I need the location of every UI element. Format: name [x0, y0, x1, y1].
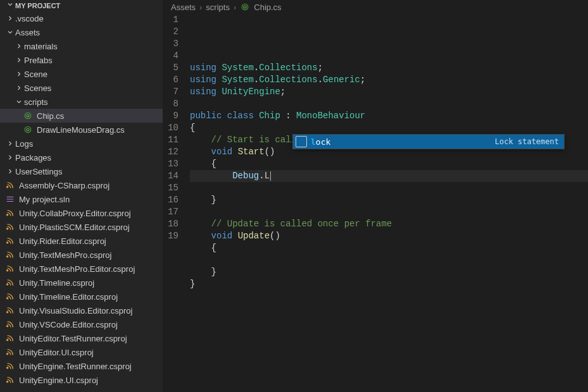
code-line-13[interactable] [190, 206, 588, 218]
code-line-18[interactable]: } [190, 266, 588, 278]
file-unity.vscode.editor.csproj[interactable]: Unity.VSCode.Editor.csproj [0, 317, 163, 331]
chevron-right-icon [5, 13, 15, 23]
file-unity.visualstudio.editor.csproj[interactable]: Unity.VisualStudio.Editor.csproj [0, 303, 163, 317]
editor-area: Assets › scripts › Chip.cs 1234567891011… [163, 0, 588, 392]
code-line-15[interactable]: void Update() [190, 230, 588, 242]
file-assembly-csharp.csproj[interactable]: Assembly-CSharp.csproj [0, 178, 163, 192]
csharp-file-icon [23, 125, 33, 135]
project-file-icon [5, 291, 15, 302]
tree-item-label: Chip.cs [37, 111, 64, 121]
svg-point-0 [27, 114, 29, 117]
breadcrumb-item[interactable]: Assets [171, 3, 196, 12]
tree-item-label: Assets [15, 28, 40, 37]
file-chip.cs[interactable]: Chip.cs [0, 109, 163, 123]
folder-scene[interactable]: Scene [0, 67, 163, 81]
tree-item-label: My project.sln [19, 195, 70, 204]
line-number: 4 [163, 50, 178, 62]
project-file-icon [5, 278, 15, 288]
file-unityengine.ui.csproj[interactable]: UnityEngine.UI.csproj [0, 373, 163, 387]
suggestion-description: Lock statement [495, 136, 559, 148]
folder-scripts[interactable]: scripts [0, 95, 163, 109]
snippet-icon [296, 136, 307, 147]
code-line-4[interactable] [190, 98, 588, 110]
tree-item-label: UnityEditor.TestRunner.csproj [19, 334, 127, 343]
tree-item-label: UnityEngine.UI.csproj [19, 376, 98, 385]
tree-item-label: Unity.PlasticSCM.Editor.csproj [19, 223, 130, 232]
code-line-16[interactable]: { [190, 242, 588, 254]
explorer-sidebar[interactable]: MY PROJECT .vscodeAssetsmaterialsPrefabs… [0, 0, 163, 392]
tree-item-label: DrawLineMouseDrag.cs [37, 125, 125, 135]
folder-scenes[interactable]: Scenes [0, 81, 163, 95]
chevron-down-icon [5, 27, 15, 37]
chevron-right-icon [14, 41, 24, 51]
project-file-icon [5, 305, 15, 315]
project-file-icon [5, 375, 15, 385]
file-unity.timeline.editor.csproj[interactable]: Unity.Timeline.Editor.csproj [0, 290, 163, 303]
code-line-19[interactable]: } [190, 278, 588, 290]
line-number: 2 [163, 26, 178, 38]
project-file-icon [5, 319, 15, 329]
folder-assets[interactable]: Assets [0, 25, 163, 39]
code-line-2[interactable]: using System.Collections.Generic; [190, 74, 588, 86]
chevron-down-icon [14, 97, 24, 107]
tree-item-label: UnityEngine.TestRunner.csproj [19, 362, 132, 371]
code-editor[interactable]: 12345678910111213141516171819 using Syst… [163, 14, 588, 392]
line-number: 6 [163, 74, 178, 86]
project-file-icon [5, 222, 15, 232]
line-number: 3 [163, 38, 178, 50]
file-unity.textmeshpro.editor.csproj[interactable]: Unity.TextMeshPro.Editor.csproj [0, 262, 163, 276]
chevron-right-icon [14, 83, 24, 93]
folder-usersettings[interactable]: UserSettings [0, 164, 163, 178]
file-unity.plasticscm.editor.csproj[interactable]: Unity.PlasticSCM.Editor.csproj [0, 220, 163, 234]
file-unity.textmeshpro.csproj[interactable]: Unity.TextMeshPro.csproj [0, 248, 163, 262]
breadcrumb-item[interactable]: scripts [206, 3, 230, 12]
file-unity.rider.editor.csproj[interactable]: Unity.Rider.Editor.csproj [0, 234, 163, 248]
file-unity.collabproxy.editor.csproj[interactable]: Unity.CollabProxy.Editor.csproj [0, 206, 163, 220]
folder-packages[interactable]: Packages [0, 150, 163, 164]
line-number: 1 [163, 14, 178, 26]
breadcrumb[interactable]: Assets › scripts › Chip.cs [163, 0, 588, 14]
breadcrumb-item[interactable]: Chip.cs [254, 3, 281, 12]
tree-item-label: Logs [15, 139, 33, 149]
folder-prefabs[interactable]: Prefabs [0, 53, 163, 67]
file-unityengine.testrunner.csproj[interactable]: UnityEngine.TestRunner.csproj [0, 359, 163, 373]
code-line-14[interactable]: // Update is called once per frame [190, 218, 588, 230]
code-line-6[interactable]: { [190, 122, 588, 134]
file-unity.timeline.csproj[interactable]: Unity.Timeline.csproj [0, 276, 163, 290]
code-line-10[interactable]: Debug.L [190, 170, 588, 182]
tree-item-label: Unity.Timeline.Editor.csproj [19, 292, 118, 302]
folder-materials[interactable]: materials [0, 39, 163, 53]
line-number: 11 [163, 134, 178, 146]
chevron-right-icon [14, 69, 24, 79]
folder-logs[interactable]: Logs [0, 137, 163, 150]
tree-item-label: Assembly-CSharp.csproj [19, 181, 109, 190]
file-unityeditor.ui.csproj[interactable]: UnityEditor.UI.csproj [0, 345, 163, 359]
code-line-17[interactable] [190, 254, 588, 266]
folder-.vscode[interactable]: .vscode [0, 11, 163, 25]
code-line-3[interactable]: using UnityEngine; [190, 86, 588, 98]
project-file-icon [5, 264, 15, 274]
tree-item-label: UserSettings [15, 167, 62, 176]
code-line-11[interactable] [190, 182, 588, 194]
tree-item-label: Unity.CollabProxy.Editor.csproj [19, 209, 131, 218]
line-number: 19 [163, 230, 178, 242]
code-line-9[interactable]: { [190, 158, 588, 170]
suggestion-item[interactable]: lockLock statement [293, 135, 564, 149]
chevron-right-icon [5, 152, 15, 162]
project-file-icon [5, 236, 15, 246]
line-number: 15 [163, 182, 178, 194]
file-my project.sln[interactable]: My project.sln [0, 192, 163, 206]
code-content[interactable]: using System.Collections;using System.Co… [190, 14, 588, 392]
tree-item-label: Unity.Rider.Editor.csproj [19, 236, 106, 246]
code-line-1[interactable]: using System.Collections; [190, 62, 588, 74]
file-drawlinemousedrag.cs[interactable]: DrawLineMouseDrag.cs [0, 123, 163, 137]
line-number: 5 [163, 62, 178, 74]
intellisense-popup[interactable]: lockLock statement [292, 134, 565, 149]
explorer-header[interactable]: MY PROJECT [0, 0, 163, 11]
tree-item-label: Unity.TextMeshPro.csproj [19, 250, 111, 260]
code-line-5[interactable]: public class Chip : MonoBehaviour [190, 110, 588, 122]
code-line-12[interactable]: } [190, 194, 588, 206]
file-unityeditor.testrunner.csproj[interactable]: UnityEditor.TestRunner.csproj [0, 331, 163, 345]
file-tree[interactable]: .vscodeAssetsmaterialsPrefabsSceneScenes… [0, 11, 163, 392]
chevron-down-icon [6, 1, 15, 11]
